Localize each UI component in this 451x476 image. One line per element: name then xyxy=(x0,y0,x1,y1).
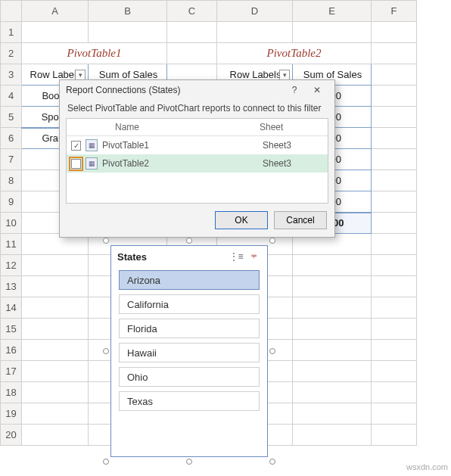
ok-button[interactable]: OK xyxy=(215,211,268,229)
multiselect-icon[interactable]: ⋮≡ xyxy=(229,250,243,263)
row-header[interactable]: 9 xyxy=(1,191,22,213)
connection-row[interactable]: ▦ PivotTable2 Sheet3 xyxy=(67,154,328,173)
connection-sheet: Sheet3 xyxy=(263,158,323,169)
slicer-item[interactable]: Florida xyxy=(119,319,260,338)
slicer-item[interactable]: California xyxy=(119,294,260,314)
col-header[interactable]: B xyxy=(89,1,167,22)
row-header[interactable]: 1 xyxy=(1,22,22,43)
connections-list: Name Sheet ✓ ▦ PivotTable1 Sheet3 ▦ Pivo… xyxy=(66,118,328,204)
row-header[interactable]: 10 xyxy=(1,213,22,234)
list-header-name: Name xyxy=(112,122,260,132)
row-header[interactable]: 14 xyxy=(1,297,22,319)
row-header[interactable]: 4 xyxy=(1,86,22,107)
checkbox-icon[interactable] xyxy=(71,159,81,169)
slicer-item[interactable]: Ohio xyxy=(119,367,260,387)
clear-filter-icon[interactable]: ⫧ xyxy=(247,250,261,263)
row-header[interactable]: 18 xyxy=(1,382,22,403)
col-header[interactable]: F xyxy=(372,1,417,22)
row-header[interactable]: 2 xyxy=(1,43,22,64)
connection-name: PivotTable2 xyxy=(102,158,258,169)
connection-sheet: Sheet3 xyxy=(263,140,323,151)
row-header[interactable]: 7 xyxy=(1,149,22,170)
row-header[interactable]: 20 xyxy=(1,425,22,446)
col-header[interactable]: D xyxy=(217,1,293,22)
cancel-button[interactable]: Cancel xyxy=(274,211,327,229)
pivot1-title: PivotTable1 xyxy=(22,43,167,64)
help-button[interactable]: ? xyxy=(283,85,306,95)
col-header[interactable]: A xyxy=(22,1,89,22)
row-header[interactable]: 6 xyxy=(1,128,22,149)
checkbox-icon[interactable]: ✓ xyxy=(71,141,81,151)
slicer-selection[interactable]: States ⋮≡ ⫧ Arizona California Florida H… xyxy=(106,241,272,462)
watermark: wsxdn.com xyxy=(406,462,448,471)
header-label: Row Labels xyxy=(30,69,82,80)
row-header[interactable]: 19 xyxy=(1,403,22,425)
col-header[interactable]: C xyxy=(167,1,217,22)
row-header[interactable]: 3 xyxy=(1,64,22,86)
pivot2-title: PivotTable2 xyxy=(217,43,372,64)
dropdown-icon[interactable]: ▾ xyxy=(279,70,290,80)
row-header[interactable]: 16 xyxy=(1,340,22,361)
row-header[interactable]: 5 xyxy=(1,107,22,128)
slicer-item[interactable]: Hawaii xyxy=(119,343,260,362)
row-header[interactable]: 12 xyxy=(1,255,22,276)
row-header[interactable]: 15 xyxy=(1,319,22,340)
connection-row[interactable]: ✓ ▦ PivotTable1 Sheet3 xyxy=(67,136,328,154)
report-connections-dialog[interactable]: Report Connections (States) ? ✕ Select P… xyxy=(59,79,335,238)
pivottable-icon: ▦ xyxy=(86,139,98,151)
connection-name: PivotTable1 xyxy=(102,140,258,151)
dropdown-icon[interactable]: ▾ xyxy=(75,70,86,80)
dialog-subtitle: Select PivotTable and PivotChart reports… xyxy=(60,100,334,118)
row-header[interactable]: 13 xyxy=(1,276,22,297)
close-button[interactable]: ✕ xyxy=(306,85,328,95)
slicer-item[interactable]: Texas xyxy=(119,391,260,411)
row-header[interactable]: 17 xyxy=(1,361,22,382)
states-slicer[interactable]: States ⋮≡ ⫧ Arizona California Florida H… xyxy=(110,245,268,457)
corner-cell[interactable] xyxy=(1,1,22,22)
pivottable-icon: ▦ xyxy=(86,157,98,170)
list-header-sheet: Sheet xyxy=(260,122,328,132)
slicer-title: States xyxy=(117,251,225,263)
row-header[interactable]: 8 xyxy=(1,170,22,191)
col-header[interactable]: E xyxy=(293,1,372,22)
slicer-item[interactable]: Arizona xyxy=(119,270,260,290)
row-header[interactable]: 11 xyxy=(1,234,22,255)
header-label: Row Labels xyxy=(230,69,281,80)
dialog-title: Report Connections (States) xyxy=(66,85,180,95)
